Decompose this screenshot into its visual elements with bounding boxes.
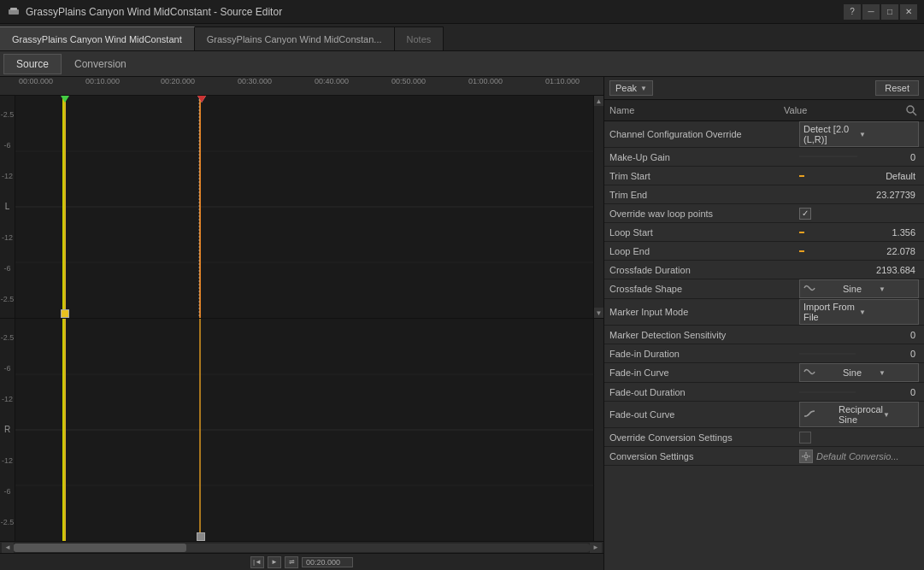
channel-label-R: R [4,425,10,434]
prop-name-crossfade-dur: Crossfade Duration [609,262,799,278]
hscroll-left[interactable]: ◄ [2,543,14,553]
prop-value-crossfade-shape: Sine ▼ [799,279,919,298]
prop-name-marker-sensitivity: Marker Detection Sensitivity [609,327,799,343]
prop-name-trim-start: Trim Start [609,168,799,184]
transport-play[interactable]: ► [268,556,281,568]
prop-value-loop-override: ✓ [799,208,919,220]
vscroll-R [593,319,603,541]
ruler-1: 00:10.000 [85,77,120,85]
tab-source[interactable]: Source [3,54,62,74]
prop-row-marker-sensitivity: Marker Detection Sensitivity 0 [604,326,924,344]
crossfade-dur-val: 2193.684 [799,265,919,275]
help-button[interactable]: ? [844,4,861,20]
fadein-curve-dropdown[interactable]: Sine ▼ [799,363,919,382]
reset-button[interactable]: Reset [875,80,919,96]
doc-tab-notes[interactable]: Notes [395,26,444,50]
db-label-l3: -12 [2,172,13,180]
conv-settings-text: Default Conversio... [816,451,899,461]
ruler-5: 00:50.000 [391,77,426,85]
trim-end-val: 23.27739 [799,190,919,200]
conv-settings-control: Default Conversio... [799,450,899,463]
tab-conversion[interactable]: Conversion [62,54,139,74]
r-handle[interactable] [197,532,205,541]
close-button[interactable]: ✕ [900,4,917,20]
channel-config-dropdown[interactable]: Detect [2.0 (L,R)] ▼ [799,121,919,147]
prop-row-crossfade-shape: Crossfade Shape Sine ▼ [604,279,924,299]
prop-value-fadeout-dur: 0 [799,387,919,397]
prop-value-crossfade-dur: 2193.684 [799,265,919,275]
fadein-dur-bar [799,353,856,355]
transport-bar: |◄ ► ⇌ 00:20.000 [0,553,603,570]
doc-tab-2[interactable]: GrassyPlains Canyon Wind MidConstan... [195,26,395,50]
svg-rect-14 [199,319,201,541]
scrollbar-thumb[interactable] [14,544,186,552]
fadein-curve-arrow: ▼ [879,369,915,377]
scrollbar-track[interactable] [14,544,590,552]
prop-row-loop-start: Loop Start 1.356 [604,223,924,242]
prop-name-fadein-curve: Fade-in Curve [609,365,799,380]
title-bar-text: GrassyPlains Canyon Wind MidConstant - S… [26,6,282,18]
svg-point-16 [907,106,914,113]
prop-row-fadein-dur: Fade-in Duration 0 [604,344,924,363]
db-label-r6: -2.5 [1,518,15,526]
prop-name-fadeout-dur: Fade-out Duration [609,385,799,400]
doc-tab-1[interactable]: GrassyPlains Canyon Wind MidConstant [0,26,195,50]
app-icon [7,5,21,19]
makeup-gain-val: 0 [857,152,919,162]
section-tabs: Source Conversion [0,51,924,77]
transport-prev[interactable]: |◄ [250,556,264,568]
db-label-r2: -6 [3,364,10,373]
start-marker [61,96,69,103]
prop-value-conv-override [799,432,919,444]
panel-mode-dropdown[interactable]: Peak ▼ [609,80,653,96]
db-label-l5: -6 [3,264,10,273]
marker-input-dropdown[interactable]: Import From File ▼ [799,299,919,325]
loop-end-bar [799,250,804,252]
props-table: Channel Configuration Override Detect [2… [604,121,924,570]
db-label-l2: -6 [3,141,10,150]
hscroll-right[interactable]: ► [590,543,602,553]
crossfade-shape-dropdown[interactable]: Sine ▼ [799,279,919,298]
title-bar: GrassyPlains Canyon Wind MidConstant - S… [0,0,924,24]
waveform-svg-L [15,96,593,318]
vscroll-down-L[interactable]: ▼ [594,308,603,318]
fadein-dur-val: 0 [859,349,919,359]
loop-start-val: 1.356 [808,227,919,238]
search-icon[interactable] [903,103,919,117]
minimize-button[interactable]: ─ [862,4,880,20]
fadeout-curve-arrow: ▼ [883,411,915,419]
loop-start-bar [799,232,804,233]
prop-value-fadein-dur: 0 [799,349,919,359]
loop-override-checkbox[interactable]: ✓ [799,208,811,220]
prop-name-channel-config: Channel Configuration Override [609,126,799,142]
prop-row-loop-override: Override wav loop points ✓ [604,204,924,223]
ruler-3: 00:30.000 [238,77,272,85]
prop-value-trim-end: 23.27739 [799,190,919,200]
main-area: 00:00.000 00:10.000 00:20.000 00:30.000 … [0,77,924,570]
conv-override-checkbox[interactable] [799,432,811,444]
db-label-l1: -2.5 [1,110,15,119]
settings-icon[interactable] [799,450,813,463]
prop-name-marker-input: Marker Input Mode [609,304,799,320]
maximize-button[interactable]: □ [881,4,898,20]
ruler-7: 01:10.000 [545,77,580,85]
vscroll-up-L[interactable]: ▲ [594,96,603,106]
transport-loop[interactable]: ⇌ [285,556,298,568]
vscroll-L: ▲ ▼ [593,96,603,318]
fadeout-dur-val: 0 [859,387,919,397]
ruler-2: 00:20.000 [161,77,195,85]
ruler-4: 00:40.000 [315,77,349,85]
fadeout-curve-dropdown[interactable]: Reciprocal Sine ▼ [799,402,919,427]
prop-name-fadeout-curve: Fade-out Curve [609,407,799,422]
h-scrollbar: ◄ ► [0,541,603,553]
prop-row-conv-override: Override Conversion Settings [604,428,924,447]
prop-row-fadeout-dur: Fade-out Duration 0 [604,383,924,402]
prop-name-loop-start: Loop Start [609,225,799,240]
prop-row-channel-config: Channel Configuration Override Detect [2… [604,121,924,148]
channel-label-L: L [5,202,10,211]
loop-start-handle[interactable] [61,309,69,318]
channel-config-arrow: ▼ [859,131,915,138]
prop-row-loop-end: Loop End 22.078 [604,242,924,261]
prop-value-fadeout-curve: Reciprocal Sine ▼ [799,402,919,427]
crossfade-shape-arrow: ▼ [879,285,915,293]
